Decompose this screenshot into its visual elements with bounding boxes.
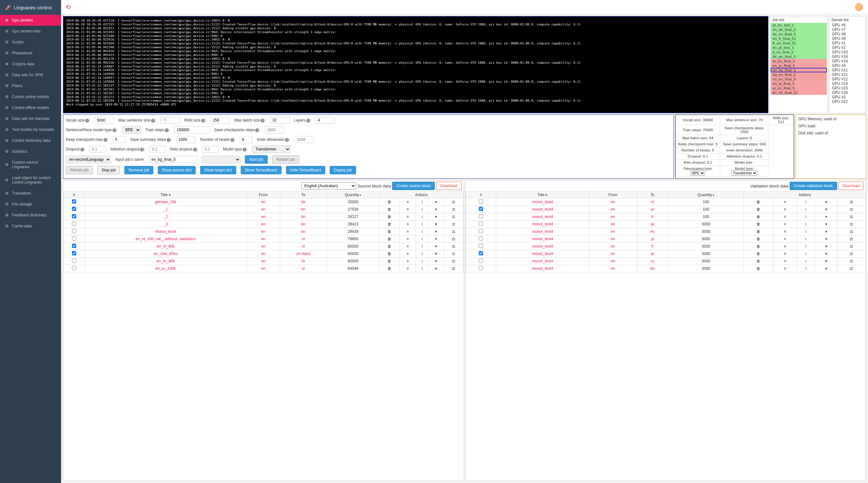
balance-icon[interactable]: ⚖ <box>850 266 853 271</box>
list-icon[interactable]: ≡ <box>406 252 409 256</box>
inner-dim-input[interactable] <box>295 136 314 143</box>
server-item[interactable]: GPU #10 <box>830 50 865 54</box>
list-icon[interactable]: ≡ <box>784 266 786 271</box>
back-button[interactable]: ⟲ <box>66 3 70 10</box>
trash-icon[interactable]: 🗑 <box>756 222 761 226</box>
info-icon[interactable]: i <box>805 244 806 249</box>
trash-icon[interactable]: 🗑 <box>388 229 392 234</box>
server-item[interactable]: GPU #7 <box>830 27 865 32</box>
job-item[interactable]: de_en_final_5 <box>771 32 827 36</box>
row-title-link[interactable]: monot_test4 <box>532 237 553 241</box>
server-item[interactable]: GPU #11 <box>830 68 865 73</box>
heads-input[interactable] <box>240 136 253 143</box>
server-item[interactable]: GPU #2 <box>830 45 865 50</box>
row-title-link[interactable]: en_nl_80k <box>157 244 175 249</box>
balance-icon[interactable]: ⚖ <box>452 237 455 241</box>
server-item[interactable]: GPU #16 <box>830 90 865 95</box>
help-icon[interactable]: ? <box>285 138 289 142</box>
job-item[interactable]: no_en_final_5 <box>771 77 827 81</box>
lang-pair-select[interactable]: en-secondLanguage <box>66 155 111 163</box>
balance-icon[interactable]: ⚖ <box>850 215 853 219</box>
vocab-size-input[interactable] <box>94 117 114 124</box>
balance-icon[interactable]: ⚖ <box>850 200 853 204</box>
row-checkbox[interactable] <box>72 266 76 270</box>
job-item[interactable]: en_blr_final_51 <box>771 90 827 95</box>
help-icon[interactable]: ? <box>151 119 155 122</box>
row-checkbox[interactable] <box>479 266 483 270</box>
help-icon[interactable]: ? <box>255 128 259 132</box>
row-checkbox[interactable] <box>72 214 76 218</box>
row-title-link[interactable]: en_chin_80ks <box>154 252 177 256</box>
sidebar-item[interactable]: ⚙File storage <box>0 199 61 210</box>
row-title-link[interactable]: _3 <box>163 222 168 226</box>
show-source-button[interactable]: Show source dict <box>158 166 195 174</box>
balance-icon[interactable]: ⚖ <box>850 229 853 234</box>
help-icon[interactable]: ? <box>113 128 116 132</box>
server-item[interactable]: GPU #21 <box>830 73 865 77</box>
server-item[interactable]: GPU #22 <box>830 100 865 104</box>
balance-icon[interactable]: ⚖ <box>452 207 455 211</box>
help-icon[interactable]: ? <box>80 148 84 151</box>
list-icon[interactable]: ≡ <box>406 200 409 204</box>
keep-ckpt-input[interactable] <box>113 136 126 143</box>
filter-icon[interactable]: ▾ <box>825 200 827 204</box>
row-title-link[interactable]: en_ur_100k <box>156 266 176 271</box>
list-icon[interactable]: ≡ <box>784 244 786 249</box>
sidebar-item[interactable]: ⚙Control dictionary data <box>0 135 61 146</box>
dropout-input[interactable] <box>90 146 106 153</box>
list-icon[interactable]: ≡ <box>406 266 409 271</box>
sidebar-item[interactable]: ⚙Data sets for SPM <box>0 69 61 80</box>
row-checkbox[interactable] <box>72 207 76 211</box>
sidebar-item[interactable]: ⚙Corpora data <box>0 59 61 69</box>
help-icon[interactable]: ? <box>306 119 310 122</box>
info-icon[interactable]: i <box>422 237 423 241</box>
list-icon[interactable]: ≡ <box>784 259 786 263</box>
avatar[interactable] <box>855 3 864 11</box>
list-icon[interactable]: ≡ <box>784 222 786 226</box>
balance-icon[interactable]: ⚖ <box>452 200 455 204</box>
filter-icon[interactable]: ▾ <box>435 244 437 249</box>
server-item[interactable]: GPU #15 <box>830 86 865 90</box>
list-icon[interactable]: ≡ <box>784 215 786 219</box>
job-item[interactable]: en_de_final_5 <box>771 27 827 32</box>
info-icon[interactable]: i <box>422 266 423 271</box>
row-checkbox[interactable] <box>479 207 483 211</box>
retrain-job-button[interactable]: Retrain job <box>66 166 93 174</box>
save-summary-input[interactable] <box>176 136 195 143</box>
trash-icon[interactable]: 🗑 <box>756 252 761 256</box>
help-icon[interactable]: ? <box>103 138 107 142</box>
trash-icon[interactable]: 🗑 <box>388 266 392 271</box>
download-source-button[interactable]: Download <box>436 182 462 190</box>
sp-model-select[interactable]: BPE <box>122 126 141 134</box>
row-checkbox[interactable] <box>479 236 483 240</box>
trash-icon[interactable]: 🗑 <box>388 215 392 219</box>
sidebar-item[interactable]: ⚙Gpu servers lists <box>0 26 61 37</box>
trash-icon[interactable]: 🗑 <box>756 229 761 234</box>
restart-job-button[interactable]: Restart job <box>272 155 299 164</box>
rnn-size-input[interactable] <box>211 117 230 124</box>
help-icon[interactable]: ? <box>167 138 170 142</box>
sidebar-item[interactable]: ⚙Data sets for translate <box>0 113 61 124</box>
job-item[interactable]: en_pt_test_1 <box>771 45 827 50</box>
trash-icon[interactable]: 🗑 <box>756 215 761 219</box>
model-type-select-r[interactable]: Transformer <box>731 170 757 176</box>
relu-dropout-input[interactable] <box>203 146 219 153</box>
sidebar-item[interactable]: ⚙Control offline models <box>0 102 61 113</box>
hide-tb-button[interactable]: Hide TensorBoard <box>286 166 325 174</box>
deploy-job-button[interactable]: Deploy job <box>330 166 356 174</box>
list-icon[interactable]: ≡ <box>784 200 786 204</box>
list-icon[interactable]: ≡ <box>784 237 786 241</box>
list-icon[interactable]: ≡ <box>406 222 409 226</box>
info-icon[interactable]: i <box>422 207 423 211</box>
filter-icon[interactable]: ▾ <box>825 252 827 256</box>
filter-icon[interactable]: ▾ <box>435 229 437 234</box>
row-checkbox[interactable] <box>72 244 76 248</box>
filter-icon[interactable]: ▾ <box>825 259 827 263</box>
row-title-link[interactable]: monot_test4 <box>532 222 553 226</box>
train-steps-input[interactable] <box>174 126 210 134</box>
info-icon[interactable]: i <box>805 215 806 219</box>
row-checkbox[interactable] <box>72 251 76 255</box>
info-icon[interactable]: i <box>422 222 423 226</box>
trash-icon[interactable]: 🗑 <box>388 252 392 256</box>
job-item[interactable]: fr_en_final_51 <box>771 41 827 45</box>
